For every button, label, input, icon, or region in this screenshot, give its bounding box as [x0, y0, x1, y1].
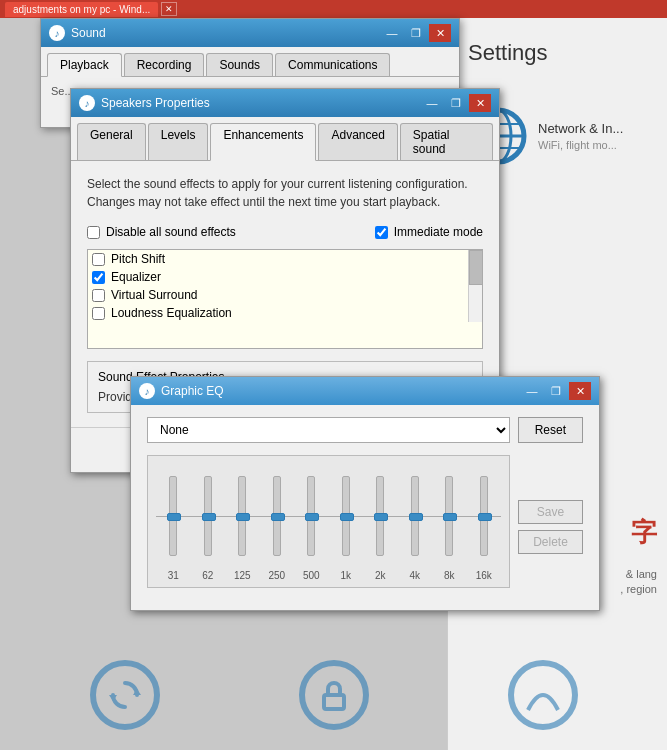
effects-scrollbar — [468, 250, 482, 322]
arc-icon-circle — [508, 660, 578, 730]
tab-levels[interactable]: Levels — [148, 123, 209, 160]
eq-sliders-container — [156, 466, 501, 566]
disable-all-checkbox[interactable] — [87, 226, 100, 239]
arc-icon — [523, 675, 563, 715]
freq-label-1k: 1k — [331, 570, 361, 581]
eq-slider-track-1k — [342, 476, 350, 556]
lang-sub: , region — [620, 583, 657, 595]
speakers-close-btn[interactable]: ✕ — [469, 94, 491, 112]
sound-dialog-tabs: Playback Recording Sounds Communications — [41, 47, 459, 77]
tab-advanced[interactable]: Advanced — [318, 123, 397, 160]
sound-titlebar: ♪ Sound — ❐ ✕ — [41, 19, 459, 47]
sound-minimize-btn[interactable]: — — [381, 24, 403, 42]
pitch-shift-checkbox[interactable] — [92, 253, 105, 266]
effects-list-items: Pitch Shift Equalizer Virtual Surround L… — [88, 250, 468, 322]
eq-slider-track-500 — [307, 476, 315, 556]
tab-playback[interactable]: Playback — [47, 53, 122, 77]
immediate-mode-label[interactable]: Immediate mode — [394, 225, 483, 239]
eq-delete-button[interactable]: Delete — [518, 530, 583, 554]
eq-slider-thumb-1k[interactable] — [340, 513, 354, 521]
tab-sounds[interactable]: Sounds — [206, 53, 273, 76]
lang-area: 字 — [631, 515, 657, 550]
freq-label-62: 62 — [193, 570, 223, 581]
eq-slider-thumb-4k[interactable] — [409, 513, 423, 521]
speakers-dialog-title: Speakers Properties — [101, 96, 210, 110]
pitch-shift-label: Pitch Shift — [111, 252, 165, 266]
eq-slider-track-62 — [204, 476, 212, 556]
network-label: Network & In... — [538, 121, 623, 136]
speakers-titlebar-left: ♪ Speakers Properties — [79, 95, 210, 111]
effects-list-scroll: Pitch Shift Equalizer Virtual Surround L… — [88, 250, 482, 322]
speakers-description: Select the sound effects to apply for yo… — [87, 175, 483, 211]
tab-enhancements[interactable]: Enhancements — [210, 123, 316, 161]
tab-general[interactable]: General — [77, 123, 146, 160]
eq-slider-thumb-62[interactable] — [202, 513, 216, 521]
sound-titlebar-left: ♪ Sound — [49, 25, 106, 41]
speakers-dialog-icon: ♪ — [79, 95, 95, 111]
list-item: Equalizer — [88, 268, 468, 286]
sound-restore-btn[interactable]: ❐ — [405, 24, 427, 42]
eq-slider-thumb-2k[interactable] — [374, 513, 388, 521]
tab-spatial-sound[interactable]: Spatial sound — [400, 123, 493, 160]
eq-slider-col-62 — [204, 466, 212, 566]
freq-label-8k: 8k — [434, 570, 464, 581]
chinese-char: 字 — [631, 517, 657, 547]
refresh-icon — [105, 675, 145, 715]
eq-dialog-controls: — ❐ ✕ — [521, 382, 591, 400]
eq-close-btn[interactable]: ✕ — [569, 382, 591, 400]
eq-sliders-area: 31 62 125 250 500 1k 2k 4k 8k 16k — [147, 455, 510, 588]
speakers-dialog-controls: — ❐ ✕ — [421, 94, 491, 112]
sound-dialog-title: Sound — [71, 26, 106, 40]
effects-scrollbar-thumb[interactable] — [469, 250, 483, 285]
eq-slider-thumb-250[interactable] — [271, 513, 285, 521]
eq-slider-thumb-125[interactable] — [236, 513, 250, 521]
eq-minimize-btn[interactable]: — — [521, 382, 543, 400]
sound-dialog-icon: ♪ — [49, 25, 65, 41]
eq-reset-button[interactable]: Reset — [518, 417, 583, 443]
eq-restore-btn[interactable]: ❐ — [545, 382, 567, 400]
lang-label: & lang — [626, 568, 657, 580]
list-item: Loudness Equalization — [88, 304, 468, 322]
eq-dialog: ♪ Graphic EQ — ❐ ✕ None Reset — [130, 376, 600, 611]
equalizer-checkbox[interactable] — [92, 271, 105, 284]
virtual-surround-checkbox[interactable] — [92, 289, 105, 302]
eq-preset-select[interactable]: None — [147, 417, 510, 443]
eq-dialog-title: Graphic EQ — [161, 384, 224, 398]
taskbar: adjustments on my pc - Wind... ✕ — [0, 0, 667, 18]
freq-label-500: 500 — [296, 570, 326, 581]
tab-communications[interactable]: Communications — [275, 53, 390, 76]
immediate-mode-checkbox[interactable] — [375, 226, 388, 239]
disable-all-label[interactable]: Disable all sound effects — [106, 225, 236, 239]
eq-content: None Reset — [131, 405, 599, 610]
eq-slider-track-8k — [445, 476, 453, 556]
freq-label-4k: 4k — [400, 570, 430, 581]
tab-recording[interactable]: Recording — [124, 53, 205, 76]
eq-top-row: None Reset — [147, 417, 583, 443]
eq-slider-thumb-500[interactable] — [305, 513, 319, 521]
sound-close-btn[interactable]: ✕ — [429, 24, 451, 42]
eq-slider-col-2k — [376, 466, 384, 566]
loudness-eq-label: Loudness Equalization — [111, 306, 232, 320]
taskbar-tab[interactable]: adjustments on my pc - Wind... — [5, 2, 158, 17]
freq-label-31: 31 — [158, 570, 188, 581]
eq-freq-labels: 31 62 125 250 500 1k 2k 4k 8k 16k — [156, 570, 501, 581]
svg-rect-7 — [324, 695, 344, 709]
eq-dialog-icon: ♪ — [139, 383, 155, 399]
eq-slider-thumb-8k[interactable] — [443, 513, 457, 521]
eq-slider-thumb-16k[interactable] — [478, 513, 492, 521]
loudness-eq-checkbox[interactable] — [92, 307, 105, 320]
eq-save-button[interactable]: Save — [518, 500, 583, 524]
bottom-icons — [0, 660, 667, 730]
eq-slider-track-250 — [273, 476, 281, 556]
speakers-titlebar: ♪ Speakers Properties — ❐ ✕ — [71, 89, 499, 117]
sound-dialog-controls: — ❐ ✕ — [381, 24, 451, 42]
close-tab-btn[interactable]: ✕ — [161, 2, 177, 16]
freq-label-250: 250 — [262, 570, 292, 581]
speakers-restore-btn[interactable]: ❐ — [445, 94, 467, 112]
lock-icon — [314, 675, 354, 715]
speakers-minimize-btn[interactable]: — — [421, 94, 443, 112]
list-item: Virtual Surround — [88, 286, 468, 304]
eq-slider-col-500 — [307, 466, 315, 566]
eq-slider-thumb-31[interactable] — [167, 513, 181, 521]
virtual-surround-label: Virtual Surround — [111, 288, 198, 302]
